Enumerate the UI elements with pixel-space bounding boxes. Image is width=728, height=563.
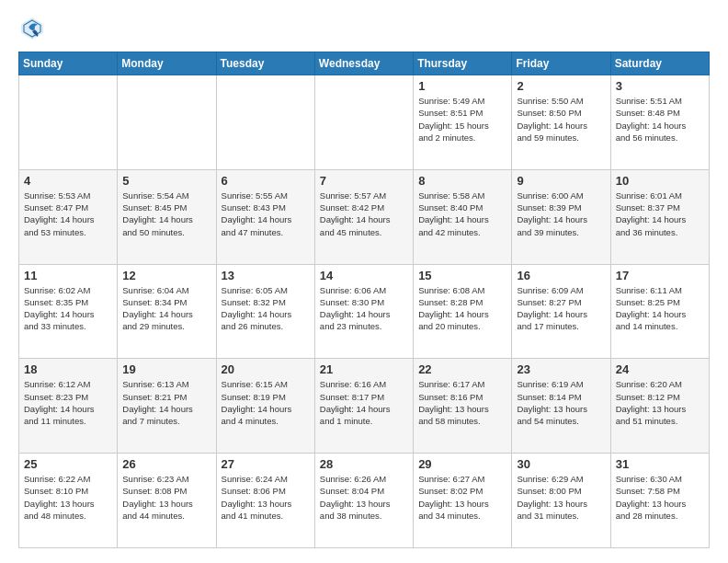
day-number: 6 <box>222 174 310 188</box>
calendar-cell: 25Sunrise: 6:22 AM Sunset: 8:10 PM Dayli… <box>19 454 118 548</box>
calendar-cell <box>118 75 216 170</box>
day-info: Sunrise: 6:22 AM Sunset: 8:10 PM Dayligh… <box>24 473 112 522</box>
day-number: 23 <box>517 362 605 376</box>
calendar-week-row: 18Sunrise: 6:12 AM Sunset: 8:23 PM Dayli… <box>19 359 710 454</box>
calendar-week-row: 1Sunrise: 5:49 AM Sunset: 8:51 PM Daylig… <box>19 75 710 170</box>
day-number: 20 <box>222 362 310 376</box>
day-number: 16 <box>517 269 605 282</box>
day-info: Sunrise: 6:06 AM Sunset: 8:30 PM Dayligh… <box>320 284 408 333</box>
day-number: 30 <box>517 457 605 471</box>
calendar-cell: 15Sunrise: 6:08 AM Sunset: 8:28 PM Dayli… <box>414 264 512 359</box>
day-info: Sunrise: 6:29 AM Sunset: 8:00 PM Dayligh… <box>517 473 605 522</box>
calendar-day-header: Saturday <box>610 52 709 75</box>
calendar-cell: 27Sunrise: 6:24 AM Sunset: 8:06 PM Dayli… <box>216 454 314 548</box>
day-info: Sunrise: 6:20 AM Sunset: 8:12 PM Dayligh… <box>616 378 704 427</box>
calendar-cell: 4Sunrise: 5:53 AM Sunset: 8:47 PM Daylig… <box>19 169 118 264</box>
calendar-week-row: 4Sunrise: 5:53 AM Sunset: 8:47 PM Daylig… <box>19 169 710 264</box>
day-number: 1 <box>418 79 506 93</box>
day-number: 4 <box>24 174 112 188</box>
calendar-cell: 21Sunrise: 6:16 AM Sunset: 8:17 PM Dayli… <box>314 359 413 454</box>
day-info: Sunrise: 5:57 AM Sunset: 8:42 PM Dayligh… <box>320 190 408 238</box>
day-number: 5 <box>122 174 210 188</box>
day-number: 24 <box>616 362 704 376</box>
day-number: 28 <box>320 457 408 471</box>
logo-icon <box>18 15 46 42</box>
day-number: 15 <box>418 269 506 282</box>
calendar-cell: 24Sunrise: 6:20 AM Sunset: 8:12 PM Dayli… <box>610 359 709 454</box>
day-info: Sunrise: 5:51 AM Sunset: 8:48 PM Dayligh… <box>616 95 704 144</box>
day-number: 9 <box>517 174 605 188</box>
calendar-cell: 28Sunrise: 6:26 AM Sunset: 8:04 PM Dayli… <box>314 454 413 548</box>
day-number: 31 <box>616 457 704 471</box>
calendar-header-row: SundayMondayTuesdayWednesdayThursdayFrid… <box>19 52 710 75</box>
day-info: Sunrise: 6:00 AM Sunset: 8:39 PM Dayligh… <box>517 190 605 238</box>
calendar-cell: 26Sunrise: 6:23 AM Sunset: 8:08 PM Dayli… <box>118 454 216 548</box>
day-number: 3 <box>616 79 704 93</box>
day-info: Sunrise: 6:05 AM Sunset: 8:32 PM Dayligh… <box>222 284 310 333</box>
calendar-cell: 6Sunrise: 5:55 AM Sunset: 8:43 PM Daylig… <box>216 169 314 264</box>
calendar-cell: 9Sunrise: 6:00 AM Sunset: 8:39 PM Daylig… <box>512 169 610 264</box>
calendar-cell: 11Sunrise: 6:02 AM Sunset: 8:35 PM Dayli… <box>19 264 118 359</box>
calendar: SundayMondayTuesdayWednesdayThursdayFrid… <box>18 52 710 548</box>
calendar-day-header: Tuesday <box>216 52 314 75</box>
calendar-cell <box>216 75 314 170</box>
calendar-day-header: Friday <box>512 52 610 75</box>
day-number: 17 <box>616 269 704 282</box>
calendar-day-header: Wednesday <box>314 52 413 75</box>
calendar-cell: 17Sunrise: 6:11 AM Sunset: 8:25 PM Dayli… <box>610 264 709 359</box>
day-info: Sunrise: 5:49 AM Sunset: 8:51 PM Dayligh… <box>418 95 506 144</box>
day-info: Sunrise: 6:23 AM Sunset: 8:08 PM Dayligh… <box>122 473 210 522</box>
day-number: 7 <box>320 174 408 188</box>
day-number: 8 <box>418 174 506 188</box>
calendar-day-header: Monday <box>118 52 216 75</box>
day-info: Sunrise: 6:09 AM Sunset: 8:27 PM Dayligh… <box>517 284 605 333</box>
day-info: Sunrise: 6:13 AM Sunset: 8:21 PM Dayligh… <box>122 378 210 427</box>
day-number: 19 <box>122 362 210 376</box>
calendar-cell: 12Sunrise: 6:04 AM Sunset: 8:34 PM Dayli… <box>118 264 216 359</box>
calendar-week-row: 11Sunrise: 6:02 AM Sunset: 8:35 PM Dayli… <box>19 264 710 359</box>
calendar-cell: 20Sunrise: 6:15 AM Sunset: 8:19 PM Dayli… <box>216 359 314 454</box>
calendar-cell: 10Sunrise: 6:01 AM Sunset: 8:37 PM Dayli… <box>610 169 709 264</box>
day-info: Sunrise: 6:01 AM Sunset: 8:37 PM Dayligh… <box>616 190 704 238</box>
day-info: Sunrise: 6:26 AM Sunset: 8:04 PM Dayligh… <box>320 473 408 522</box>
day-number: 12 <box>122 269 210 282</box>
day-number: 27 <box>222 457 310 471</box>
calendar-cell: 3Sunrise: 5:51 AM Sunset: 8:48 PM Daylig… <box>610 75 709 170</box>
day-number: 21 <box>320 362 408 376</box>
day-number: 14 <box>320 269 408 282</box>
day-number: 26 <box>122 457 210 471</box>
day-number: 13 <box>222 269 310 282</box>
calendar-cell: 22Sunrise: 6:17 AM Sunset: 8:16 PM Dayli… <box>414 359 512 454</box>
day-info: Sunrise: 5:58 AM Sunset: 8:40 PM Dayligh… <box>418 190 506 238</box>
day-info: Sunrise: 6:16 AM Sunset: 8:17 PM Dayligh… <box>320 378 408 427</box>
day-info: Sunrise: 5:55 AM Sunset: 8:43 PM Dayligh… <box>222 190 310 238</box>
header <box>18 15 710 42</box>
logo <box>18 15 50 42</box>
calendar-cell: 23Sunrise: 6:19 AM Sunset: 8:14 PM Dayli… <box>512 359 610 454</box>
calendar-cell: 31Sunrise: 6:30 AM Sunset: 7:58 PM Dayli… <box>610 454 709 548</box>
day-info: Sunrise: 6:04 AM Sunset: 8:34 PM Dayligh… <box>122 284 210 333</box>
calendar-cell: 18Sunrise: 6:12 AM Sunset: 8:23 PM Dayli… <box>19 359 118 454</box>
calendar-cell: 16Sunrise: 6:09 AM Sunset: 8:27 PM Dayli… <box>512 264 610 359</box>
day-info: Sunrise: 5:53 AM Sunset: 8:47 PM Dayligh… <box>24 190 112 238</box>
day-number: 29 <box>418 457 506 471</box>
day-info: Sunrise: 6:12 AM Sunset: 8:23 PM Dayligh… <box>24 378 112 427</box>
calendar-cell: 19Sunrise: 6:13 AM Sunset: 8:21 PM Dayli… <box>118 359 216 454</box>
calendar-cell: 7Sunrise: 5:57 AM Sunset: 8:42 PM Daylig… <box>314 169 413 264</box>
day-number: 25 <box>24 457 112 471</box>
day-info: Sunrise: 6:02 AM Sunset: 8:35 PM Dayligh… <box>24 284 112 333</box>
day-info: Sunrise: 6:24 AM Sunset: 8:06 PM Dayligh… <box>222 473 310 522</box>
calendar-day-header: Sunday <box>19 52 118 75</box>
calendar-cell <box>314 75 413 170</box>
calendar-cell: 2Sunrise: 5:50 AM Sunset: 8:50 PM Daylig… <box>512 75 610 170</box>
day-number: 22 <box>418 362 506 376</box>
day-info: Sunrise: 5:54 AM Sunset: 8:45 PM Dayligh… <box>122 190 210 238</box>
day-number: 11 <box>24 269 112 282</box>
calendar-cell: 1Sunrise: 5:49 AM Sunset: 8:51 PM Daylig… <box>414 75 512 170</box>
day-info: Sunrise: 6:11 AM Sunset: 8:25 PM Dayligh… <box>616 284 704 333</box>
page: SundayMondayTuesdayWednesdayThursdayFrid… <box>0 0 728 563</box>
calendar-week-row: 25Sunrise: 6:22 AM Sunset: 8:10 PM Dayli… <box>19 454 710 548</box>
calendar-cell: 8Sunrise: 5:58 AM Sunset: 8:40 PM Daylig… <box>414 169 512 264</box>
calendar-cell <box>19 75 118 170</box>
day-info: Sunrise: 5:50 AM Sunset: 8:50 PM Dayligh… <box>517 95 605 144</box>
